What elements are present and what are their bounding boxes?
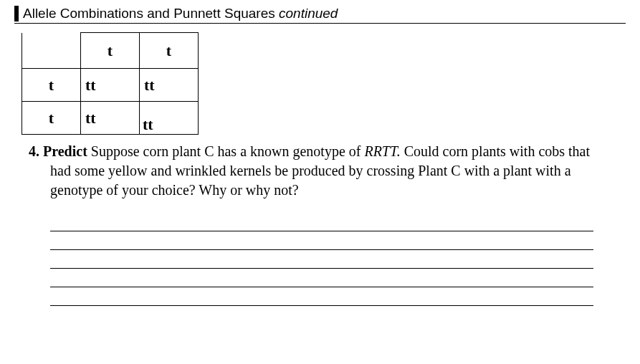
answer-line[interactable] [50, 213, 593, 231]
punnett-corner-cell [22, 33, 81, 69]
header-title: Allele Combinations and Punnett Squares … [23, 6, 338, 21]
punnett-cell: tt [81, 102, 140, 135]
answer-line[interactable] [50, 287, 593, 306]
answer-lines [50, 213, 593, 306]
answer-line[interactable] [50, 231, 593, 250]
punnett-square: t t t tt tt t tt tt [22, 32, 626, 135]
question-text: 4. Predict Suppose corn plant C has a kn… [30, 142, 597, 200]
answer-line[interactable] [50, 269, 593, 287]
question-block: 4. Predict Suppose corn plant C has a kn… [30, 142, 597, 200]
punnett-col-header: t [140, 33, 199, 69]
header-title-main: Allele Combinations and Punnett Squares [23, 6, 279, 21]
question-text-part1: Suppose corn plant C has a known genotyp… [87, 143, 365, 159]
question-genotype: RRTT. [364, 143, 400, 159]
question-verb: Predict [43, 143, 87, 159]
answer-line[interactable] [50, 250, 593, 269]
punnett-header-row: t t [22, 33, 199, 69]
punnett-table: t t t tt tt t tt tt [22, 32, 199, 135]
punnett-row-label: t [22, 69, 81, 102]
header-title-suffix: continued [279, 6, 338, 21]
page-header: Allele Combinations and Punnett Squares … [14, 6, 626, 24]
punnett-cell: tt [140, 102, 199, 135]
punnett-col-header: t [81, 33, 140, 69]
header-accent-bar [14, 6, 19, 21]
punnett-cell: tt [81, 69, 140, 102]
punnett-row: t tt tt [22, 69, 199, 102]
question-number: 4. [29, 143, 39, 159]
punnett-row: t tt tt [22, 102, 199, 135]
punnett-cell: tt [140, 69, 199, 102]
punnett-row-label: t [22, 102, 81, 135]
